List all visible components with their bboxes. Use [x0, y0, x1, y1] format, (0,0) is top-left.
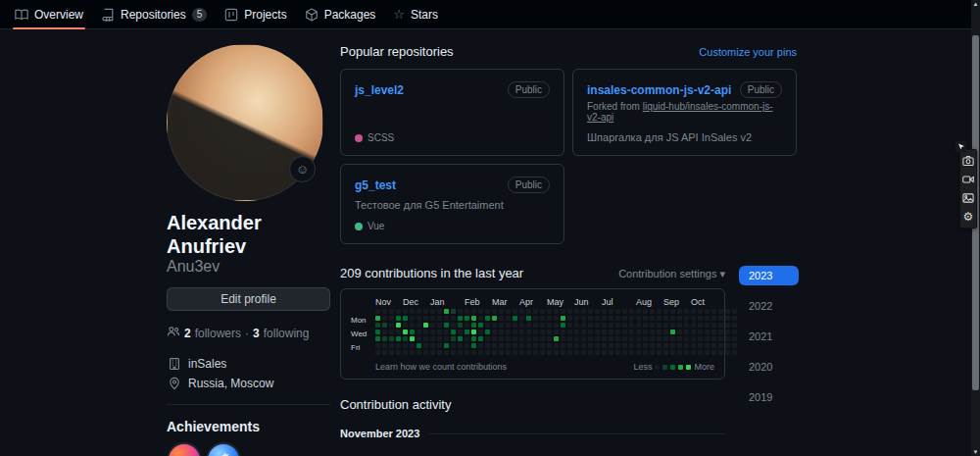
contribution-cell[interactable]	[396, 343, 401, 348]
contribution-cell[interactable]	[615, 323, 620, 328]
contribution-cell[interactable]	[657, 329, 662, 334]
contribution-cell[interactable]	[410, 316, 415, 321]
contribution-cell[interactable]	[657, 343, 662, 348]
contribution-cell[interactable]	[444, 329, 449, 334]
video-camera-icon[interactable]	[962, 174, 974, 185]
contribution-cell[interactable]	[677, 329, 682, 334]
contribution-cell[interactable]	[657, 316, 662, 321]
image-icon[interactable]	[962, 192, 974, 204]
contribution-cell[interactable]	[629, 350, 634, 355]
contribution-cell[interactable]	[499, 336, 504, 341]
contribution-cell[interactable]	[403, 343, 408, 348]
contribution-cell[interactable]	[526, 343, 531, 348]
contribution-cell[interactable]	[677, 336, 682, 341]
contribution-cell[interactable]	[705, 309, 710, 314]
contribution-cell[interactable]	[636, 336, 641, 341]
contribution-cell[interactable]	[554, 309, 559, 314]
contribution-cell[interactable]	[458, 336, 463, 341]
contribution-cell[interactable]	[711, 309, 716, 314]
contribution-cell[interactable]	[574, 309, 579, 314]
contribution-cell[interactable]	[581, 323, 586, 328]
contribution-cell[interactable]	[485, 350, 490, 355]
contribution-cell[interactable]	[650, 350, 655, 355]
contribution-cell[interactable]	[416, 323, 421, 328]
contribution-cell[interactable]	[567, 350, 572, 355]
contribution-cell[interactable]	[581, 350, 586, 355]
contribution-cell[interactable]	[636, 329, 641, 334]
contribution-cell[interactable]	[691, 309, 696, 314]
contribution-cell[interactable]	[389, 329, 394, 334]
contribution-cell[interactable]	[663, 350, 668, 355]
contribution-settings-dropdown[interactable]: Contribution settings ▾	[618, 268, 725, 280]
contribution-cell[interactable]	[711, 323, 716, 328]
contribution-cell[interactable]	[389, 350, 394, 355]
contribution-cell[interactable]	[650, 329, 655, 334]
contribution-cell[interactable]	[492, 323, 497, 328]
contribution-cell[interactable]	[423, 343, 428, 348]
contribution-cell[interactable]	[547, 336, 552, 341]
contribution-cell[interactable]	[403, 336, 408, 341]
contribution-cell[interactable]	[602, 343, 607, 348]
contribution-cell[interactable]	[636, 316, 641, 321]
contribution-cell[interactable]	[650, 336, 655, 341]
contribution-cell[interactable]	[513, 309, 517, 314]
contribution-cell[interactable]	[684, 350, 689, 355]
contribution-cell[interactable]	[643, 329, 648, 334]
tab-projects[interactable]: Projects	[216, 0, 295, 28]
learn-contributions-link[interactable]: Learn how we count contributions	[375, 362, 507, 372]
contribution-cell[interactable]	[718, 343, 723, 348]
contribution-cell[interactable]	[547, 309, 552, 314]
contribution-cell[interactable]	[506, 309, 511, 314]
contribution-cell[interactable]	[430, 329, 435, 334]
contribution-cell[interactable]	[526, 336, 531, 341]
contribution-cell[interactable]	[554, 350, 559, 355]
contribution-cell[interactable]	[423, 336, 428, 341]
contribution-cell[interactable]	[430, 323, 435, 328]
contribution-cell[interactable]	[540, 323, 545, 328]
contribution-cell[interactable]	[492, 316, 497, 321]
contribution-cell[interactable]	[567, 316, 572, 321]
contribution-cell[interactable]	[629, 336, 634, 341]
contribution-cell[interactable]	[650, 343, 655, 348]
contribution-cell[interactable]	[389, 323, 394, 328]
contribution-cell[interactable]	[458, 309, 463, 314]
contribution-cell[interactable]	[622, 350, 627, 355]
contribution-cell[interactable]	[396, 309, 401, 314]
contribution-cell[interactable]	[609, 329, 613, 334]
contribution-cell[interactable]	[526, 323, 531, 328]
contribution-cell[interactable]	[410, 329, 415, 334]
contribution-cell[interactable]	[471, 309, 476, 314]
contribution-cell[interactable]	[396, 316, 401, 321]
contribution-cell[interactable]	[423, 350, 428, 355]
contribution-cell[interactable]	[396, 329, 401, 334]
scroll-up-arrow[interactable]: ▲	[971, 1, 980, 7]
contribution-cell[interactable]	[492, 336, 497, 341]
contribution-cell[interactable]	[389, 316, 394, 321]
contribution-cell[interactable]	[519, 336, 524, 341]
contribution-cell[interactable]	[471, 323, 476, 328]
contribution-cell[interactable]	[540, 316, 545, 321]
contribution-cell[interactable]	[458, 329, 463, 334]
contribution-cell[interactable]	[567, 329, 572, 334]
contribution-cell[interactable]	[574, 343, 579, 348]
contribution-cell[interactable]	[705, 316, 710, 321]
contribution-cell[interactable]	[602, 336, 607, 341]
contribution-cell[interactable]	[485, 343, 490, 348]
contribution-cell[interactable]	[485, 336, 490, 341]
contribution-cell[interactable]	[615, 316, 620, 321]
contribution-cell[interactable]	[375, 343, 380, 348]
contribution-cell[interactable]	[574, 323, 579, 328]
contribution-cell[interactable]	[622, 316, 627, 321]
contribution-cell[interactable]	[657, 336, 662, 341]
contribution-cell[interactable]	[389, 309, 394, 314]
contribution-cell[interactable]	[574, 350, 579, 355]
contribution-cell[interactable]	[684, 329, 689, 334]
contribution-cell[interactable]	[609, 350, 613, 355]
contribution-cell[interactable]	[506, 336, 511, 341]
contribution-cell[interactable]	[698, 343, 703, 348]
contribution-cell[interactable]	[615, 336, 620, 341]
contribution-cell[interactable]	[705, 350, 710, 355]
contribution-cell[interactable]	[416, 350, 421, 355]
contribution-cell[interactable]	[629, 309, 634, 314]
contribution-cell[interactable]	[609, 323, 613, 328]
